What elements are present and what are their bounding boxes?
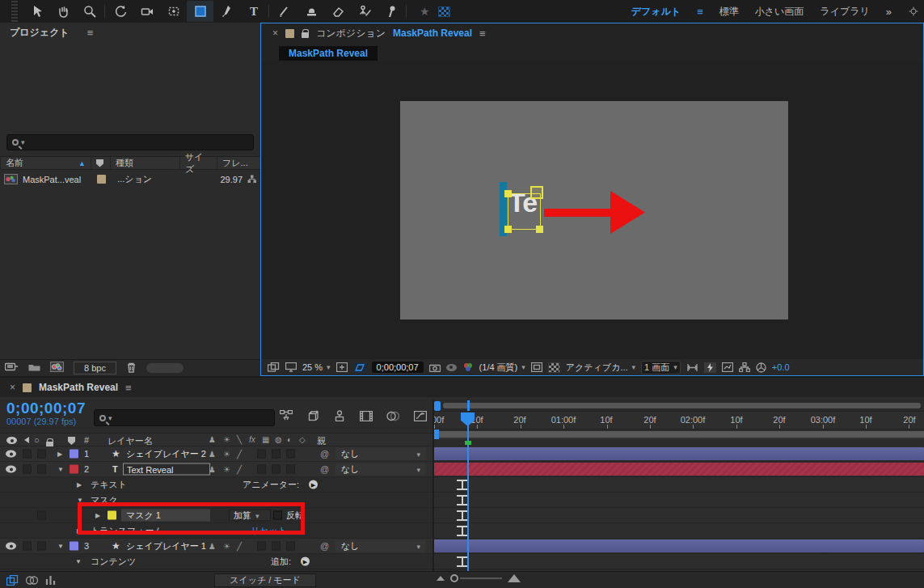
always-preview-icon[interactable]: [268, 362, 280, 372]
animator-add-icon[interactable]: ▶: [309, 480, 318, 489]
navigator-start-handle[interactable]: [434, 401, 441, 411]
parent-dropdown[interactable]: なし▾: [335, 448, 426, 460]
workspace-small-screen[interactable]: 小さい画面: [755, 5, 804, 19]
bit-depth-button[interactable]: 8 bpc: [74, 362, 116, 374]
composition-tab[interactable]: MaskPath Reveal: [279, 46, 378, 61]
timeline-panel-menu-icon[interactable]: ≡: [125, 382, 132, 394]
shy-switch-column-icon[interactable]: ♟: [209, 435, 216, 444]
layer-name-column[interactable]: レイヤー名: [108, 435, 153, 447]
fast-preview-icon[interactable]: [704, 362, 716, 373]
column-type[interactable]: 種類: [110, 157, 179, 169]
new-composition-icon[interactable]: [50, 362, 64, 374]
channel-icon[interactable]: [462, 362, 474, 372]
collapse-switch-icon[interactable]: ☀: [223, 542, 230, 551]
switch-cell[interactable]: [272, 542, 281, 551]
zoom-tool-icon[interactable]: [76, 1, 103, 22]
project-search-input[interactable]: ▾: [6, 134, 254, 150]
motion-blur-icon[interactable]: [386, 411, 400, 421]
mask-visibility-icon[interactable]: [353, 362, 366, 373]
navigator-track[interactable]: [443, 403, 921, 408]
mask-1-row[interactable]: ▶ マスク 1 加算▾ 反転: [0, 508, 433, 523]
toolbar-grip[interactable]: [11, 1, 18, 22]
expand-in-out-panes-icon[interactable]: [45, 575, 56, 586]
region-of-interest-icon[interactable]: [531, 362, 542, 372]
active-camera-dropdown[interactable]: アクティブカ...▾: [566, 362, 635, 374]
switch-cell[interactable]: [272, 465, 281, 474]
expand-arrow-icon[interactable]: ▶: [77, 481, 82, 489]
parent-dropdown[interactable]: なし▾: [335, 540, 426, 552]
video-column-eye-icon[interactable]: [6, 437, 17, 444]
switch-cell[interactable]: [272, 450, 281, 459]
track-contents-group[interactable]: [434, 554, 924, 569]
layer-name[interactable]: シェイプレイヤー 2: [126, 448, 206, 460]
horizontal-scrollbar-thumb[interactable]: [146, 363, 184, 373]
label-column-icon[interactable]: [68, 437, 75, 445]
collapse-switch-column-icon[interactable]: ☀: [223, 435, 230, 444]
project-item-row[interactable]: MaskPat...veal ...ション 29.97: [0, 171, 260, 188]
layer-row-shape-layer-2[interactable]: ▶ 1 ★ シェイプレイヤー 2 ♟ ☀ ╱ @ なし▾: [0, 446, 433, 462]
roto-brush-tool-icon[interactable]: [351, 1, 378, 22]
timeline-graph-icon[interactable]: [722, 362, 733, 372]
keyframe-marker[interactable]: [465, 441, 471, 445]
frame-blend-column-icon[interactable]: ▦: [262, 435, 269, 444]
solo-column-icon[interactable]: ○: [34, 435, 40, 445]
parent-pickwhip-icon[interactable]: @: [320, 449, 329, 459]
draft-3d-icon[interactable]: [306, 410, 319, 421]
expand-arrow-icon[interactable]: ▶: [57, 451, 62, 458]
type-tool-icon[interactable]: T: [240, 1, 267, 22]
search-options-caret-icon[interactable]: ▾: [21, 138, 25, 146]
collapse-arrow-icon[interactable]: ▼: [57, 543, 64, 550]
mask-mode-dropdown[interactable]: 加算▾: [229, 510, 271, 522]
workspace-library[interactable]: ライブラリ: [820, 5, 869, 19]
layer-name[interactable]: シェイプレイヤー 1: [126, 540, 206, 552]
collapse-arrow-icon[interactable]: ▼: [75, 558, 82, 565]
layer-row-text-reveal[interactable]: ▼ 2 T Text Reveal ♟ ☀ ╱ @ なし▾: [0, 462, 433, 477]
property-group-label[interactable]: テキスト: [91, 479, 127, 491]
zoom-slider-knob[interactable]: [450, 574, 458, 582]
workspace-standard[interactable]: 標準: [719, 5, 739, 19]
comp-mini-flowchart-icon[interactable]: [280, 410, 293, 421]
camera-tool-icon[interactable]: [133, 1, 160, 22]
new-folder-icon[interactable]: [28, 362, 40, 374]
solo-cell[interactable]: [23, 542, 32, 551]
threed-column-icon[interactable]: ◇: [299, 435, 306, 444]
project-item-label-color[interactable]: [97, 175, 106, 184]
collapse-switch-icon[interactable]: ☀: [223, 465, 230, 474]
fx-switch-column-icon[interactable]: fx: [249, 435, 255, 444]
mask-label-color[interactable]: [108, 511, 116, 520]
property-group-label[interactable]: トランスフォーム: [91, 525, 163, 537]
layer-label-color[interactable]: [70, 542, 78, 551]
comp-flowchart-icon[interactable]: [739, 362, 750, 372]
expand-layer-switches-icon[interactable]: [6, 575, 19, 586]
property-group-transform[interactable]: ▶ トランスフォーム リセット: [0, 523, 433, 539]
exposure-icon[interactable]: [756, 362, 766, 373]
composition-panel-menu-icon[interactable]: ≡: [479, 27, 486, 40]
timeline-tab[interactable]: MaskPath Reveal: [39, 382, 118, 393]
expand-arrow-icon[interactable]: ▶: [95, 512, 100, 519]
track-shape-layer-1[interactable]: [434, 539, 924, 554]
magnification-dropdown[interactable]: 25 %▾: [302, 362, 331, 372]
mask-invert-checkbox[interactable]: [273, 511, 282, 520]
track-text-group[interactable]: [434, 477, 924, 493]
time-ruler[interactable]: 0:00f 10f 20f 01:00f 10f 20f 02:00f 10f …: [434, 411, 924, 429]
switch-cell[interactable]: [286, 450, 295, 459]
quality-switch-column-icon[interactable]: ╲: [237, 435, 242, 444]
motion-blur-column-icon[interactable]: ◍: [275, 435, 282, 444]
favorite-star-icon[interactable]: ★: [420, 5, 430, 18]
layer-label-color[interactable]: [70, 450, 78, 459]
delete-trash-icon[interactable]: [126, 362, 137, 375]
solo-cell[interactable]: [23, 465, 32, 474]
timeline-search-input[interactable]: ▾: [94, 409, 275, 426]
parent-dropdown[interactable]: なし▾: [335, 463, 426, 476]
timeline-close-icon[interactable]: ×: [10, 382, 15, 393]
pan-behind-tool-icon[interactable]: [160, 1, 187, 22]
column-size[interactable]: サイズ: [179, 157, 217, 169]
workspace-settings-gear-icon[interactable]: [908, 6, 919, 17]
selection-handle[interactable]: [504, 190, 512, 197]
property-group-label[interactable]: マスク: [91, 494, 118, 506]
switches-modes-toggle-button[interactable]: スイッチ / モード: [214, 573, 316, 587]
interpret-footage-icon[interactable]: [5, 362, 19, 374]
work-area-start-handle[interactable]: [434, 429, 439, 439]
brush-tool-icon[interactable]: [271, 1, 297, 22]
solo-cell[interactable]: [23, 450, 32, 459]
